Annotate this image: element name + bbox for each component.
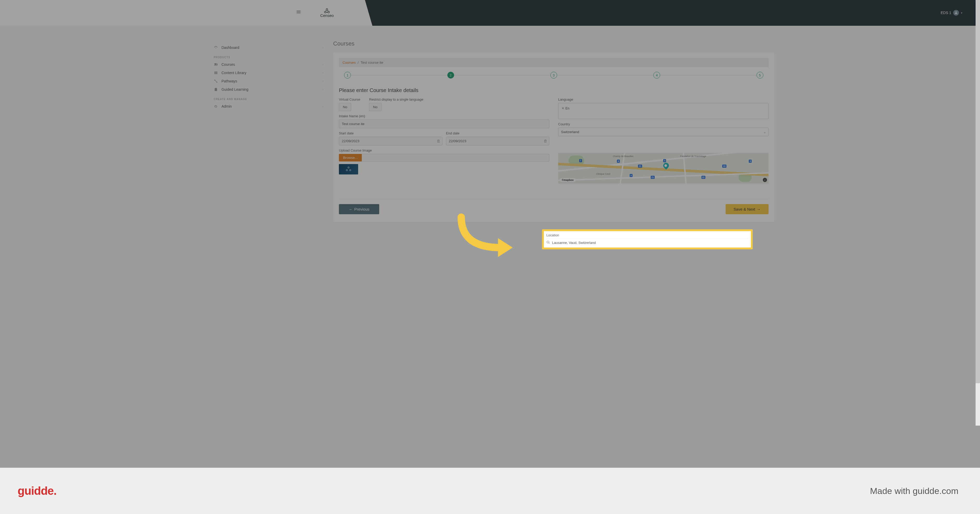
sidebar-item-label: Pathways (221, 79, 237, 83)
sidebar-item-guided-learning[interactable]: Guided Learning › (213, 85, 323, 94)
scrollbar[interactable] (975, 0, 980, 425)
input-end-date[interactable] (446, 137, 549, 145)
image-preview[interactable] (339, 164, 358, 175)
map-attribution: ©mapbox (560, 178, 576, 182)
dashboard-icon (213, 46, 218, 50)
label-virtual-course: Virtual Course (339, 97, 360, 102)
location-highlight: Location (542, 228, 752, 249)
label-intake-name: Intake Name (en) (339, 114, 549, 118)
caret-down-icon: ▾ (961, 11, 963, 14)
sidebar-item-label: Dashboard (221, 46, 239, 50)
guidde-made-with: Made with guidde.com (870, 486, 958, 496)
location-map[interactable]: Champ de Beauileu Fondation de l'Hermita… (558, 153, 768, 184)
step-3[interactable]: 3 (550, 72, 557, 79)
label-language: Language (558, 97, 768, 102)
guidde-footer: guidde. Made with guidde.com (0, 468, 980, 514)
breadcrumb-root[interactable]: Courses (342, 60, 356, 65)
chevron-right-icon: › (323, 63, 323, 66)
search-icon (546, 241, 550, 245)
sidebar-item-courses[interactable]: Courses › (213, 60, 323, 69)
main-area: Dashboard › PRODUCTS Courses › Content L… (0, 26, 980, 468)
courses-icon (213, 62, 218, 67)
toggle-restrict-lang[interactable]: No (369, 103, 381, 111)
info-icon[interactable]: i (763, 178, 767, 182)
scrollbar-thumb[interactable] (975, 0, 980, 383)
language-box[interactable]: ✕ En (558, 103, 768, 119)
label-restrict-lang: Restrict display to a single language (369, 97, 423, 102)
breadcrumb-current: Test course ite (361, 60, 383, 65)
brand-logo[interactable]: Censeo (320, 8, 334, 18)
upload-field[interactable] (362, 154, 549, 162)
brand-text: Censeo (320, 13, 334, 18)
save-next-button[interactable]: Save & Next → (725, 204, 768, 214)
pathways-icon (213, 79, 218, 83)
chevron-right-icon: › (323, 88, 323, 91)
chevron-right-icon: › (323, 105, 323, 108)
header-left: Censeo (0, 0, 372, 26)
chevron-right-icon: › (323, 71, 323, 75)
sidebar-item-label: Courses (221, 62, 235, 67)
form-card: Courses / Test course ite 1 2 3 4 5 Plea… (333, 52, 774, 222)
sidebar-section-manage: CREATE AND MANAGE (213, 94, 323, 102)
previous-button[interactable]: ← Previous (339, 204, 379, 214)
language-chip[interactable]: ✕ En (562, 106, 570, 110)
chevron-right-icon: › (323, 79, 323, 82)
sidebar-section-products: PRODUCTS (213, 52, 323, 60)
arrow-left-icon: ← (349, 207, 353, 211)
calendar-icon[interactable]: 🗓 (437, 139, 440, 143)
library-icon (213, 71, 218, 75)
input-location[interactable] (552, 241, 748, 245)
input-start-date[interactable] (339, 137, 442, 145)
brand-icon (323, 8, 330, 14)
label-start-date: Start date (339, 131, 442, 135)
preview-logo-icon (345, 166, 352, 172)
gear-icon (213, 104, 218, 108)
svg-point-1 (325, 11, 326, 13)
map-label: Clinique Cecil (596, 173, 610, 175)
svg-point-5 (348, 167, 349, 168)
arrow-right-icon: → (757, 207, 761, 211)
label-end-date: End date (446, 131, 549, 135)
calendar-icon[interactable]: 🗓 (544, 139, 547, 143)
user-label: EDS 1 (941, 11, 951, 15)
sidebar-item-label: Content Library (221, 71, 246, 75)
svg-point-6 (346, 170, 347, 171)
toggle-virtual-course[interactable]: No (339, 103, 351, 111)
label-location: Location (546, 233, 748, 237)
user-menu[interactable]: EDS 1 ▾ (941, 10, 980, 16)
form-title: Please enter Course Intake details (339, 87, 768, 94)
map-label: Champ de Beauileu (613, 155, 633, 157)
app-window: Censeo EDS 1 ▾ Dashboard › PRODUCTS Cour… (0, 0, 980, 468)
svg-point-2 (328, 11, 329, 13)
step-5[interactable]: 5 (757, 72, 764, 79)
clipboard-icon (213, 87, 218, 92)
step-4[interactable]: 4 (653, 72, 660, 79)
browse-button[interactable]: Browse... (339, 154, 362, 162)
sidebar-item-label: Guided Learning (221, 87, 248, 92)
chevron-right-icon: › (323, 46, 323, 49)
step-2[interactable]: 2 (447, 72, 454, 79)
avatar (953, 10, 959, 16)
select-country[interactable] (558, 128, 768, 136)
stepper: 1 2 3 4 5 (344, 72, 764, 79)
sidebar: Dashboard › PRODUCTS Courses › Content L… (213, 26, 323, 468)
sidebar-item-content-library[interactable]: Content Library › (213, 69, 323, 77)
top-header: Censeo EDS 1 ▾ (0, 0, 980, 26)
sidebar-item-pathways[interactable]: Pathways › (213, 77, 323, 85)
guidde-logo: guidde. (18, 484, 56, 497)
sidebar-item-label: Admin (221, 104, 232, 108)
form-footer: ← Previous Save & Next → (339, 199, 768, 214)
breadcrumb: Courses / Test course ite (339, 58, 768, 67)
map-label: Fondation de l'Hermitage (680, 155, 706, 157)
step-1[interactable]: 1 (344, 72, 351, 79)
label-upload-image: Upload Course Image (339, 148, 549, 152)
input-intake-name[interactable] (339, 120, 549, 128)
sidebar-item-dashboard[interactable]: Dashboard › (213, 43, 323, 52)
label-country: Country (558, 122, 768, 126)
svg-point-0 (326, 9, 328, 10)
svg-point-7 (350, 170, 351, 171)
page-title: Courses (333, 40, 774, 47)
hamburger-icon[interactable] (296, 10, 301, 16)
remove-chip-icon[interactable]: ✕ (562, 106, 565, 110)
sidebar-item-admin[interactable]: Admin › (213, 102, 323, 111)
